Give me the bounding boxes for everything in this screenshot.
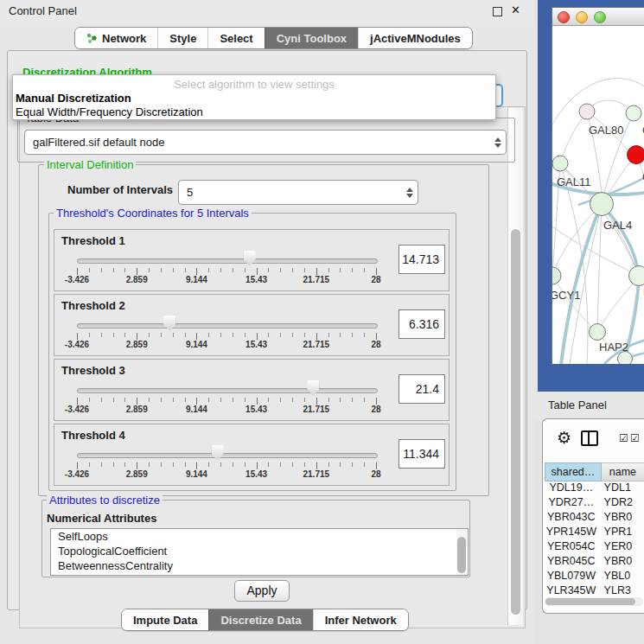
threshold-4-slider[interactable] xyxy=(77,453,378,458)
popup-option-equal-width[interactable]: Equal Width/Frequency Discretization xyxy=(16,105,203,118)
threshold-4-block: Threshold 4 -3.4262.8599.14415.4321.7152… xyxy=(54,424,450,486)
network-node-hap2[interactable] xyxy=(590,324,606,341)
checkbox-icon[interactable]: ☑ xyxy=(619,432,628,444)
network-node-gal11[interactable] xyxy=(552,156,568,171)
panel-vertical-scrollbar[interactable] xyxy=(507,108,523,625)
cell-shared-name: YLR345W xyxy=(545,584,598,597)
checkbox-icon[interactable]: ☑ xyxy=(630,432,640,444)
network-window-titlebar[interactable] xyxy=(552,8,644,26)
close-traffic-light-icon[interactable] xyxy=(558,11,570,23)
tab-impute-data[interactable]: Impute Data xyxy=(122,609,208,630)
tab-select-label: Select xyxy=(220,32,252,45)
slider-ticks-major xyxy=(77,333,377,340)
column-header-name[interactable]: name xyxy=(602,462,644,481)
slider-scale-label: 9.144 xyxy=(186,469,207,479)
slider-scale-label: 15.43 xyxy=(245,405,267,414)
threshold-3-slider-thumb[interactable] xyxy=(307,380,319,396)
cell-shared-name: YDR27… xyxy=(545,496,598,511)
attribute-item[interactable]: BetweennessCentrality xyxy=(51,558,468,573)
table-row[interactable]: YBL079WYBL0 xyxy=(545,570,644,584)
threshold-2-value[interactable]: 6.316 xyxy=(399,309,445,339)
number-of-intervals-label: Number of Intervals xyxy=(67,183,173,196)
table-data-combobox[interactable]: galFiltered.sif default node xyxy=(24,130,507,155)
threshold-1-label: Threshold 1 xyxy=(61,234,125,247)
slider-scale-label: 2.859 xyxy=(126,405,148,414)
node-label-gal4: GAL4 xyxy=(603,219,632,232)
tab-discretize-data-label: Discretize Data xyxy=(220,614,301,627)
network-node-gal4[interactable] xyxy=(590,193,614,216)
table-row[interactable]: YBR045CYBR0 xyxy=(545,555,644,570)
network-node-gal80[interactable] xyxy=(579,104,595,119)
threshold-3-value[interactable]: 21.4 xyxy=(399,374,445,404)
interval-definition-label: Interval Definition xyxy=(44,158,136,171)
threshold-4-value[interactable]: 11.344 xyxy=(399,439,445,469)
attributes-list-scrollbar[interactable] xyxy=(456,529,467,575)
table-row[interactable]: YLR345WYLR3 xyxy=(545,584,644,597)
tab-discretize-data[interactable]: Discretize Data xyxy=(208,609,312,630)
network-node-h[interactable] xyxy=(629,266,644,286)
float-window-icon[interactable] xyxy=(493,7,502,16)
table-horizontal-scrollbar[interactable] xyxy=(545,597,643,606)
network-window-frame: GAL80 GA GAL11 C GAL4 GCY1 H HAP2 xyxy=(538,0,644,392)
apply-button[interactable]: Apply xyxy=(234,580,290,602)
threshold-2-slider[interactable] xyxy=(77,323,378,328)
close-icon[interactable]: ✕ xyxy=(511,3,520,16)
slider-scale-label: -3.426 xyxy=(65,469,89,479)
cell-name: YER0 xyxy=(598,540,644,555)
column-header-shared-name[interactable]: shared… xyxy=(545,462,602,481)
slider-scale-label: 2.859 xyxy=(126,340,148,349)
scrollbar-thumb[interactable] xyxy=(457,537,466,573)
slider-ticks-major xyxy=(77,398,377,405)
cell-name: YDL1 xyxy=(598,481,644,496)
threshold-1-slider-thumb[interactable] xyxy=(244,251,256,266)
zoom-traffic-light-icon[interactable] xyxy=(594,11,606,23)
slider-ticks-major xyxy=(77,462,377,469)
table-panel-title: Table Panel xyxy=(548,399,607,411)
network-node[interactable] xyxy=(626,105,641,121)
table-row[interactable]: YDL19…YDL1 xyxy=(545,481,644,496)
network-icon xyxy=(86,33,98,44)
thresholds-group-label: Threshold's Coordinates for 5 Intervals xyxy=(54,207,252,220)
tab-network[interactable]: Network xyxy=(75,28,157,48)
minimize-traffic-light-icon[interactable] xyxy=(576,11,588,23)
popup-hint: Select algorithm to view settings xyxy=(13,78,495,91)
scrollbar-thumb[interactable] xyxy=(511,229,520,615)
slider-scale-label: 28 xyxy=(371,469,380,479)
tab-jactivemnodules[interactable]: jActiveMNodules xyxy=(358,28,472,48)
threshold-3-slider[interactable] xyxy=(77,388,378,393)
threshold-4-slider-thumb[interactable] xyxy=(212,445,224,461)
cell-shared-name: YBR045C xyxy=(545,555,598,570)
column-layout-icon[interactable] xyxy=(581,430,598,446)
attribute-item[interactable]: SelfLoops xyxy=(51,529,468,544)
tab-style[interactable]: Style xyxy=(157,28,207,48)
attributes-items: SelfLoopsTopologicalCoefficientBetweenne… xyxy=(51,529,468,573)
popup-option-manual[interactable]: Manual Discretization xyxy=(16,92,131,105)
slider-scale-label: 21.715 xyxy=(303,405,330,414)
network-node-gcy1[interactable] xyxy=(552,267,561,284)
tab-select[interactable]: Select xyxy=(207,28,264,48)
cell-shared-name: YBR043C xyxy=(545,511,598,526)
network-node-red[interactable] xyxy=(628,146,644,164)
tab-cyni-toolbox[interactable]: Cyni Toolbox xyxy=(265,28,358,48)
table-row[interactable]: YER054CYER0 xyxy=(545,540,644,555)
attribute-item[interactable]: TopologicalCoefficient xyxy=(51,544,468,558)
table-row[interactable]: YDR27…YDR2 xyxy=(545,496,644,511)
gear-icon[interactable]: ⚙ xyxy=(557,428,571,448)
threshold-2-slider-thumb[interactable] xyxy=(163,316,175,331)
numerical-attributes-list[interactable]: SelfLoopsTopologicalCoefficientBetweenne… xyxy=(50,528,469,576)
tab-infer-network-label: Infer Network xyxy=(325,614,397,627)
slider-scale-label: 28 xyxy=(371,340,380,349)
table-row[interactable]: YPR145WYPR1 xyxy=(545,526,644,540)
threshold-1-value[interactable]: 14.713 xyxy=(399,245,445,274)
table-row[interactable]: YBR043CYBR0 xyxy=(545,511,644,526)
combo-stepper-icon xyxy=(402,188,418,198)
tab-infer-network[interactable]: Infer Network xyxy=(313,609,408,630)
threshold-1-slider[interactable] xyxy=(77,258,378,264)
slider-scale-label: 9.144 xyxy=(186,405,207,414)
table-panel: ⚙ ☑ ☑ shared… name YDL19…YDL1YDR27…YDR2Y… xyxy=(542,418,644,614)
network-view-window[interactable]: GAL80 GA GAL11 C GAL4 GCY1 H HAP2 xyxy=(552,7,644,364)
threshold-1-block: Threshold 1 -3.4262.8599.14415.4321.7152… xyxy=(54,229,450,291)
number-of-intervals-combobox[interactable]: 5 xyxy=(178,180,418,205)
network-canvas[interactable]: GAL80 GA GAL11 C GAL4 GCY1 H HAP2 xyxy=(552,25,644,364)
scrollbar-thumb[interactable] xyxy=(545,598,635,605)
